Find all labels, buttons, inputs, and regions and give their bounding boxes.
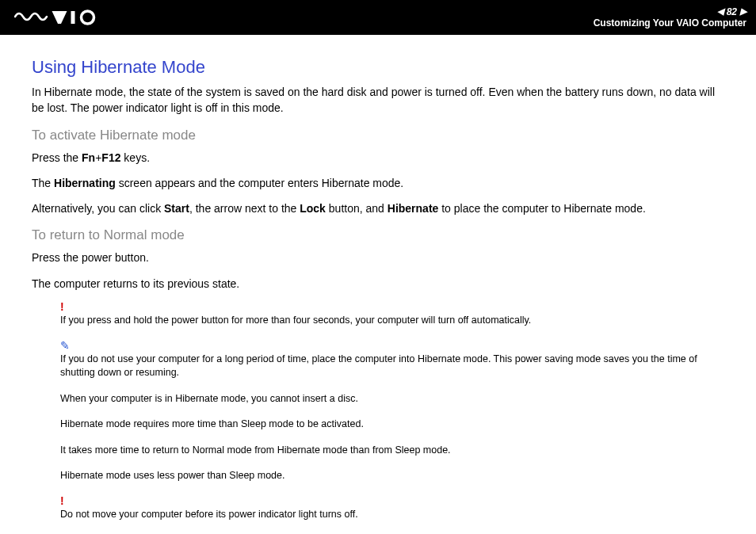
- text-span: to place the computer to Hibernate mode.: [438, 202, 645, 215]
- svg-rect-1: [71, 11, 75, 24]
- text-span: The: [32, 177, 54, 189]
- text-span: Press the: [32, 151, 82, 164]
- activate-alternative: Alternatively, you can click Start, the …: [32, 200, 724, 216]
- hibernating-label: Hibernating: [54, 177, 116, 189]
- return-step-2: The computer returns to its previous sta…: [32, 276, 724, 292]
- text-span: screen appears and the computer enters H…: [116, 177, 403, 189]
- warning-icon: !: [60, 495, 724, 506]
- vaio-logo: [14, 9, 101, 26]
- key-f12: F12: [101, 151, 120, 164]
- key-fn: Fn: [82, 151, 95, 164]
- warning-icon: !: [60, 301, 724, 312]
- warning-note-1: If you press and hold the power button f…: [60, 314, 724, 328]
- return-heading: To return to Normal mode: [32, 227, 724, 243]
- page-number: 82: [727, 6, 737, 17]
- tip-note-5: Hibernate mode uses less power than Slee…: [60, 469, 724, 483]
- prev-page-arrow-icon[interactable]: ◀: [717, 6, 724, 17]
- tip-note-4: It takes more time to return to Normal m…: [60, 444, 724, 458]
- tip-note-3: Hibernate mode requires more time than S…: [60, 418, 724, 432]
- activate-step-1: Press the Fn+F12 keys.: [32, 150, 724, 166]
- activate-step-2: The Hibernating screen appears and the c…: [32, 175, 724, 191]
- pencil-icon: ✎: [60, 340, 724, 351]
- svg-point-2: [82, 11, 94, 24]
- text-span: , the arrow next to the: [189, 202, 300, 215]
- hibernate-label: Hibernate: [388, 202, 439, 215]
- intro-paragraph: In Hibernate mode, the state of the syst…: [32, 84, 724, 116]
- warning-note-2: Do not move your computer before its pow…: [60, 508, 724, 522]
- header-right: ◀ 82 ▶ Customizing Your VAIO Computer: [594, 6, 746, 29]
- tip-note-2: When your computer is in Hibernate mode,…: [60, 392, 724, 406]
- tip-note-1: If you do not use your computer for a lo…: [60, 353, 724, 380]
- section-title: Customizing Your VAIO Computer: [594, 17, 746, 29]
- page-nav: ◀ 82 ▶: [717, 6, 746, 17]
- text-span: button, and: [326, 202, 388, 215]
- next-page-arrow-icon[interactable]: ▶: [740, 6, 746, 17]
- start-label: Start: [164, 202, 189, 215]
- svg-marker-0: [52, 11, 67, 24]
- header-bar: ◀ 82 ▶ Customizing Your VAIO Computer: [0, 0, 756, 35]
- content-area: Using Hibernate Mode In Hibernate mode, …: [0, 35, 756, 534]
- main-heading: Using Hibernate Mode: [32, 57, 724, 78]
- notes-block: ! If you press and hold the power button…: [60, 301, 724, 521]
- text-span: keys.: [120, 151, 150, 164]
- return-step-1: Press the power button.: [32, 250, 724, 265]
- lock-label: Lock: [300, 202, 326, 215]
- text-span: Alternatively, you can click: [32, 202, 164, 215]
- activate-heading: To activate Hibernate mode: [32, 128, 724, 143]
